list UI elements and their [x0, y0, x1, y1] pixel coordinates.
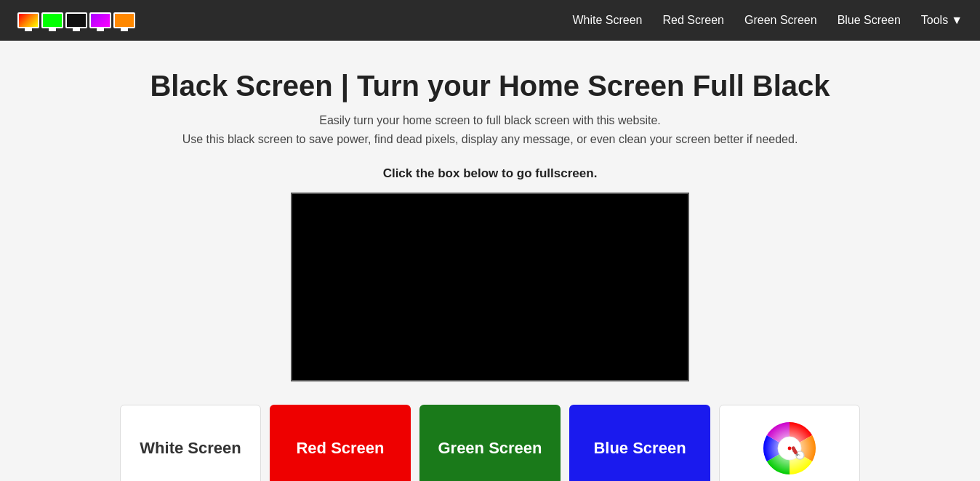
tools-arrow-icon: ▼ — [951, 14, 963, 27]
click-instruction: Click the box below to go fullscreen. — [105, 166, 875, 181]
page-desc-2: Use this black screen to save power, fin… — [105, 133, 875, 146]
nav-item-red[interactable]: Red Screen — [663, 14, 725, 27]
nav-item-blue[interactable]: Blue Screen — [838, 14, 901, 27]
green-screen-card[interactable]: Green Screen — [419, 405, 561, 481]
color-wheel-icon — [760, 419, 819, 477]
tools-dropdown[interactable]: Tools ▼ — [921, 14, 963, 27]
tools-label: Tools — [921, 14, 948, 27]
nav-link-red[interactable]: Red Screen — [663, 14, 725, 26]
color-buttons: White Screen Red Screen Green Screen Blu… — [105, 405, 875, 481]
nav-link-green[interactable]: Green Screen — [744, 14, 817, 26]
monitor-icon-green — [41, 12, 63, 28]
white-screen-card[interactable]: White Screen — [120, 405, 261, 481]
blue-screen-label: Blue Screen — [593, 439, 686, 458]
red-screen-card[interactable]: Red Screen — [270, 405, 411, 481]
navbar: White Screen Red Screen Green Screen Blu… — [0, 0, 980, 41]
nav-link-white[interactable]: White Screen — [572, 14, 642, 26]
monitor-icon-red — [17, 12, 39, 28]
green-screen-label: Green Screen — [438, 439, 542, 458]
red-screen-label: Red Screen — [296, 439, 384, 458]
monitor-icon-orange — [113, 12, 135, 28]
black-screen-box[interactable] — [291, 193, 689, 381]
nav-item-tools[interactable]: Tools ▼ — [921, 14, 963, 27]
page-title: Black Screen | Turn your Home Screen Ful… — [105, 70, 875, 102]
monitor-icon-purple — [89, 12, 111, 28]
white-screen-label: White Screen — [140, 439, 241, 458]
monitor-icon-black — [65, 12, 87, 28]
tools-color-card[interactable] — [719, 405, 860, 481]
logo-monitors — [17, 12, 135, 28]
page-desc-1: Easily turn your home screen to full bla… — [105, 114, 875, 127]
main-content: Black Screen | Turn your Home Screen Ful… — [90, 41, 890, 481]
blue-screen-card[interactable]: Blue Screen — [569, 405, 710, 481]
nav-item-white[interactable]: White Screen — [572, 14, 642, 27]
nav-link-blue[interactable]: Blue Screen — [838, 14, 901, 26]
nav-item-green[interactable]: Green Screen — [744, 14, 817, 27]
svg-point-4 — [788, 447, 792, 450]
logo[interactable] — [17, 12, 135, 28]
nav-links: White Screen Red Screen Green Screen Blu… — [572, 14, 963, 27]
